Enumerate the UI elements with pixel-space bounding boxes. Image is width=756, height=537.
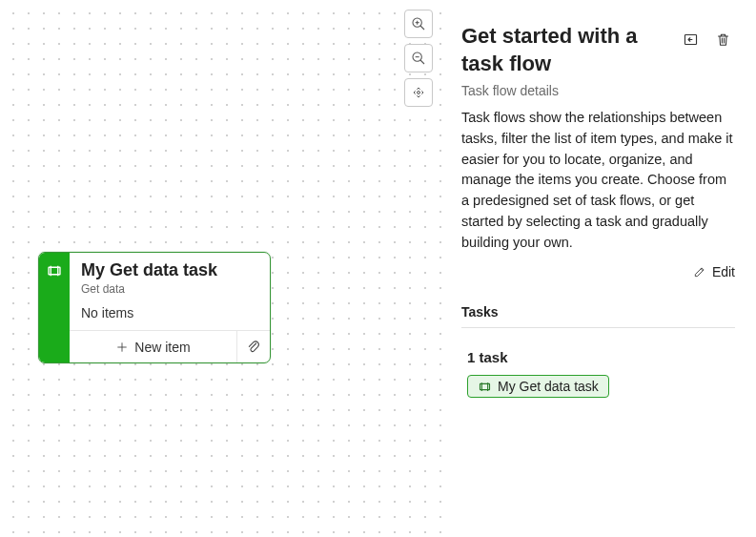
task-pill[interactable]: My Get data task	[467, 375, 609, 398]
attach-button[interactable]	[237, 331, 270, 362]
edit-button[interactable]: Edit	[693, 264, 735, 279]
task-card[interactable]: My Get data task Get data No items New i…	[38, 252, 271, 363]
task-type-icon	[478, 380, 492, 394]
details-panel: Get started with a task flow Task flow d…	[442, 0, 756, 537]
new-item-label: New item	[134, 340, 190, 355]
zoom-in-button[interactable]	[404, 10, 433, 38]
details-title: Get started with a task flow	[461, 23, 670, 77]
task-pill-label: My Get data task	[498, 379, 599, 394]
tasks-section-label: Tasks	[461, 304, 735, 328]
task-card-stripe	[39, 253, 70, 362]
details-subtitle: Task flow details	[461, 83, 735, 98]
attach-icon	[246, 340, 261, 355]
new-item-button[interactable]: New item	[70, 331, 237, 362]
pencil-icon	[693, 265, 706, 279]
canvas-area[interactable]: My Get data task Get data No items New i…	[0, 0, 442, 537]
edit-label: Edit	[712, 264, 735, 279]
zoom-controls	[404, 10, 433, 107]
expand-button[interactable]	[678, 27, 703, 52]
task-card-body: My Get data task Get data No items New i…	[70, 253, 270, 362]
details-description: Task flows show the relationships betwee…	[461, 108, 735, 253]
plus-icon	[115, 341, 129, 354]
task-count: 1 task	[467, 349, 735, 365]
zoom-out-icon	[411, 51, 426, 66]
expand-icon	[683, 31, 699, 48]
svg-line-1	[420, 26, 424, 30]
svg-point-7	[418, 92, 420, 94]
delete-button[interactable]	[710, 27, 735, 52]
task-card-subtitle: Get data	[81, 282, 258, 296]
zoom-out-button[interactable]	[404, 44, 433, 72]
trash-icon	[715, 31, 731, 48]
task-card-items: No items	[81, 305, 258, 320]
task-card-title: My Get data task	[81, 260, 258, 280]
zoom-in-icon	[411, 16, 426, 31]
fit-to-screen-button[interactable]	[404, 78, 433, 107]
task-type-icon	[46, 262, 63, 279]
svg-line-5	[420, 60, 424, 64]
fit-icon	[411, 85, 426, 100]
